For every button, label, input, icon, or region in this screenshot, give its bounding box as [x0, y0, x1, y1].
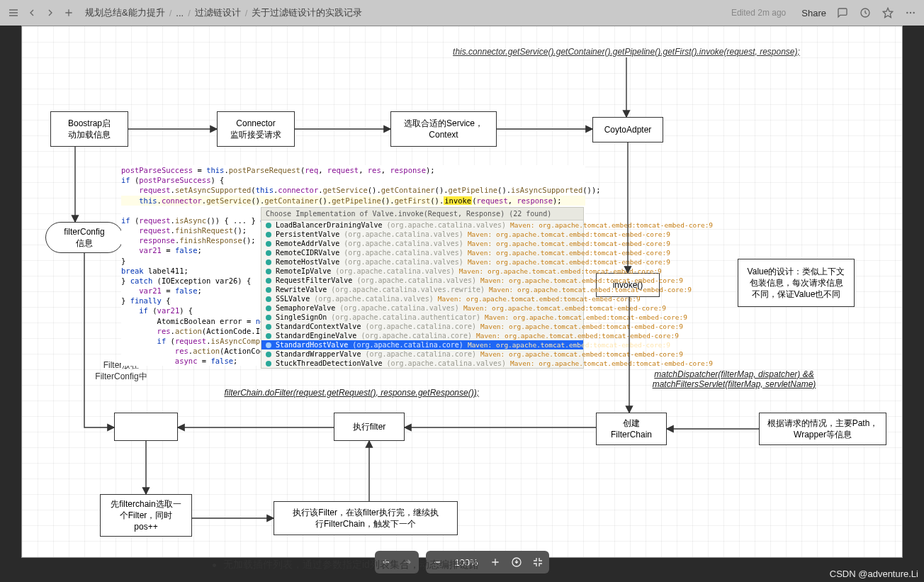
node-select-service[interactable]: 选取合适的Service， Context: [390, 111, 497, 147]
node-run-next[interactable]: 执行该Filter，在该filter执行完，继续执 行FilterChain，触…: [274, 501, 458, 535]
breadcrumb[interactable]: 规划总结&能力提升/ .../ 过滤链设计/ 关于过滤链设计的实践记录: [85, 6, 362, 19]
class-icon: [266, 352, 271, 357]
impl-name: RewriteValve: [276, 286, 327, 293]
background-doc-text: 无加载插件列表，通过参数指定id列表集合，动态编排链路: [223, 559, 479, 571]
impl-row-LoadBalancerDrainingValve[interactable]: LoadBalancerDrainingValve (org.apache.ca…: [261, 220, 583, 230]
impl-package: (org.apache.catalina.valves): [344, 230, 463, 238]
svg-marker-1: [883, 8, 892, 17]
crumb-0[interactable]: 规划总结&能力提升: [85, 6, 165, 19]
crumb-3[interactable]: 关于过滤链设计的实践记录: [252, 6, 362, 19]
node-value-design[interactable]: Value的设计：类似上下文 包装信息，每次请求信息 不同，保证Value也不同: [738, 259, 855, 307]
nav-forward-icon[interactable]: [44, 6, 57, 19]
impl-package: (org.apache.catalina.core): [365, 323, 476, 330]
impl-package: (org.apache.catalina.valves): [344, 258, 463, 266]
impl-source: Maven: org.apache.tomcat.embed:tomcat-em…: [510, 359, 713, 367]
node-create-filterchain[interactable]: 创建 FilterChain: [596, 413, 667, 445]
impl-source: Maven: org.apache.tomcat.embed:tomcat-em…: [463, 304, 666, 312]
impl-package: (org.apache.catalina.valves.rewrite): [331, 286, 485, 293]
impl-package: (org.apache.catalina.valves): [344, 240, 463, 247]
impl-row-StandardHostValve[interactable]: StandardHostValve (org.apache.catalina.c…: [261, 340, 583, 349]
impl-name: RemoteIpValve: [276, 267, 331, 275]
impl-source: Maven: org.apache.tomcat.embed:tomcat-em…: [476, 332, 679, 340]
app-topbar: 规划总结&能力提升/ .../ 过滤链设计/ 关于过滤链设计的实践记录 Edit…: [0, 0, 924, 26]
node-coyote-adapter[interactable]: CoytoAdpter: [592, 117, 663, 142]
impl-source: Maven: org.apache.tomcat.embed:tomcat-em…: [510, 221, 713, 229]
class-icon: [266, 306, 271, 311]
node-select-one-filter[interactable]: 先filterchain选取一 个Filter，同时 pos++: [100, 494, 192, 537]
class-icon: [266, 278, 271, 284]
impl-package: (org.apache.catalina.core): [361, 332, 472, 340]
impl-row-StuckThreadDetectionValve[interactable]: StuckThreadDetectionValve (org.apache.ca…: [261, 359, 583, 368]
menu-icon[interactable]: [7, 6, 20, 19]
diagram-canvas[interactable]: this.connector.getService().getContainer…: [22, 26, 902, 557]
impl-row-SingleSignOn[interactable]: SingleSignOn (org.apache.catalina.authen…: [261, 313, 583, 322]
node-bootstrap[interactable]: Boostrap启 动加载信息: [50, 111, 128, 147]
impl-package: (org.apache.catalina.core): [365, 350, 476, 358]
class-icon: [266, 296, 271, 302]
impl-source: Maven: org.apache.tomcat.embed:tomcat-em…: [480, 276, 683, 284]
new-icon[interactable]: [62, 6, 75, 19]
class-icon: [266, 342, 271, 348]
impl-name: RemoteAddrValve: [276, 240, 339, 247]
comment-icon[interactable]: [836, 6, 849, 19]
impl-row-StandardContextValve[interactable]: StandardContextValve (org.apache.catalin…: [261, 322, 583, 331]
nav-back-icon[interactable]: [26, 6, 38, 19]
share-button[interactable]: Share: [801, 8, 826, 18]
impl-name: StuckThreadDetectionValve: [276, 359, 383, 367]
history-icon[interactable]: [859, 6, 872, 19]
impl-row-SemaphoreValve[interactable]: SemaphoreValve (org.apache.catalina.valv…: [261, 303, 583, 313]
impl-row-RemoteHostValve[interactable]: RemoteHostValve (org.apache.catalina.val…: [261, 257, 583, 267]
impl-source: Maven: org.apache.tomcat.embed:tomcat-em…: [459, 267, 662, 275]
flow-label-match: matchDispatcher(filterMap, dispatcher) &…: [649, 369, 819, 389]
impl-name: StandardHostValve: [276, 341, 348, 349]
impl-name: RemoteCIDRValve: [276, 249, 339, 257]
impl-row-RemoteCIDRValve[interactable]: RemoteCIDRValve (org.apache.catalina.val…: [261, 248, 583, 257]
popup-title: Choose Implementation of Valve.invoke(Re…: [261, 208, 583, 220]
ide-implementations-popup[interactable]: Choose Implementation of Valve.invoke(Re…: [261, 207, 584, 369]
impl-name: StandardContextValve: [276, 323, 361, 330]
class-icon: [266, 232, 271, 237]
impl-package: (org.apache.catalina.authenticator): [331, 313, 480, 321]
impl-source: Maven: org.apache.tomcat.embed:tomcat-em…: [489, 286, 692, 293]
impl-package: (org.apache.catalina.core): [352, 341, 463, 349]
svg-point-3: [910, 12, 911, 13]
class-icon: [266, 324, 271, 330]
node-exec-filter[interactable]: 执行filter: [334, 413, 405, 441]
impl-source: Maven: org.apache.tomcat.embed:tomcat-em…: [468, 230, 670, 238]
impl-package: (org.apache.catalina.valves): [387, 359, 507, 367]
star-icon[interactable]: [881, 6, 894, 19]
node-by-path[interactable]: 根据请求的情况，主要Path， Wrapper等信息: [759, 413, 886, 445]
impl-source: Maven: org.apache.tomcat.embed:tomcat-em…: [468, 341, 670, 349]
impl-row-SSLValve[interactable]: SSLValve (org.apache.catalina.valves)Mav…: [261, 294, 583, 303]
impl-name: StandardEngineValve: [276, 332, 356, 340]
impl-package: (org.apache.catalina.valves): [387, 221, 507, 229]
class-icon: [266, 333, 271, 339]
impl-row-RequestFilterValve[interactable]: RequestFilterValve (org.apache.catalina.…: [261, 276, 583, 285]
watermark: CSDN @adventure.Li: [830, 569, 918, 579]
class-icon: [266, 223, 271, 228]
node-empty[interactable]: [114, 413, 178, 441]
node-filterconfig[interactable]: filterConfig 信息: [45, 222, 123, 253]
impl-row-RewriteValve[interactable]: RewriteValve (org.apache.catalina.valves…: [261, 285, 583, 294]
impl-row-StandardEngineValve[interactable]: StandardEngineValve (org.apache.catalina…: [261, 331, 583, 340]
impl-row-RemoteAddrValve[interactable]: RemoteAddrValve (org.apache.catalina.val…: [261, 239, 583, 248]
impl-package: (org.apache.catalina.valves): [339, 304, 459, 312]
node-connector[interactable]: Connector 监听接受请求: [217, 111, 295, 147]
impl-row-StandardWrapperValve[interactable]: StandardWrapperValve (org.apache.catalin…: [261, 349, 583, 359]
impl-source: Maven: org.apache.tomcat.embed:tomcat-em…: [438, 295, 641, 303]
diagram-canvas-frame: this.connector.getService().getContainer…: [21, 26, 903, 558]
svg-point-2: [906, 12, 908, 13]
impl-source: Maven: org.apache.tomcat.embed:tomcat-em…: [480, 350, 683, 358]
impl-row-RemoteIpValve[interactable]: RemoteIpValve (org.apache.catalina.valve…: [261, 267, 583, 276]
crumb-1[interactable]: ...: [176, 8, 184, 18]
more-icon[interactable]: [904, 6, 917, 19]
impl-name: LoadBalancerDrainingValve: [276, 221, 383, 229]
crumb-2[interactable]: 过滤链设计: [195, 6, 241, 19]
impl-name: PersistentValve: [276, 230, 339, 238]
background-doc-line: 无加载插件列表，通过参数指定id列表集合，动态编排链路: [213, 559, 896, 571]
bullet-icon: [213, 564, 216, 567]
impl-package: (org.apache.catalina.valves): [335, 267, 455, 275]
class-icon: [266, 250, 271, 256]
impl-row-PersistentValve[interactable]: PersistentValve (org.apache.catalina.val…: [261, 230, 583, 239]
class-icon: [266, 315, 271, 320]
